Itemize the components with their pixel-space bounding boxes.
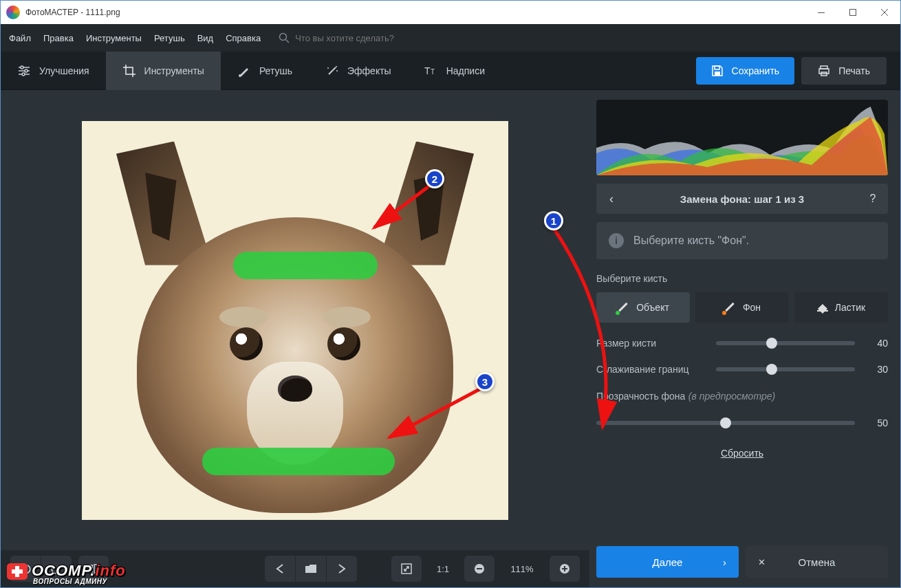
maximize-button[interactable] bbox=[837, 1, 869, 24]
svg-rect-1 bbox=[850, 10, 856, 16]
brush-section-label: Выберите кисть bbox=[596, 273, 888, 284]
annotation-marker-3: 3 bbox=[475, 372, 495, 391]
panel-header: ‹ Замена фона: шаг 1 из 3 ? bbox=[596, 184, 888, 214]
opacity-label: Прозрачность фона bbox=[596, 391, 685, 402]
close-icon: ✕ bbox=[758, 557, 766, 567]
tab-label: Инструменты bbox=[144, 65, 204, 76]
svg-text:T: T bbox=[431, 68, 435, 76]
brush-background-icon bbox=[724, 301, 736, 314]
size-slider[interactable] bbox=[716, 341, 855, 345]
history-prev-button[interactable] bbox=[265, 556, 295, 582]
annotation-marker-2: 2 bbox=[425, 169, 444, 188]
titlebar: ФотоМАСТЕР - 1111.png bbox=[1, 1, 900, 24]
print-label: Печать bbox=[838, 65, 870, 76]
tab-label: Эффекты bbox=[347, 65, 391, 76]
svg-rect-22 bbox=[819, 69, 829, 74]
ratio-label: 1:1 bbox=[428, 564, 457, 574]
help-button[interactable]: ? bbox=[858, 193, 888, 205]
print-icon bbox=[818, 65, 830, 77]
panel-title: Замена фона: шаг 1 из 3 bbox=[627, 193, 858, 205]
save-button[interactable]: Сохранить bbox=[696, 57, 795, 85]
smooth-label: Сглаживание границ bbox=[596, 364, 706, 375]
smooth-value: 30 bbox=[865, 364, 888, 375]
save-icon bbox=[711, 65, 724, 77]
svg-rect-19 bbox=[715, 66, 719, 69]
zoom-in-button[interactable] bbox=[550, 556, 580, 582]
crop-icon bbox=[122, 64, 136, 78]
canvas-area: 1 2 3 bbox=[1, 90, 589, 587]
svg-point-14 bbox=[336, 66, 337, 67]
tab-label: Улучшения bbox=[39, 65, 89, 76]
menu-file[interactable]: Файл bbox=[9, 33, 31, 43]
brush-background-button[interactable]: Фон bbox=[695, 292, 789, 323]
right-panel: ‹ Замена фона: шаг 1 из 3 ? i Выберите к… bbox=[589, 90, 900, 587]
brush-object-button[interactable]: Объект bbox=[596, 292, 690, 323]
svg-rect-30 bbox=[477, 568, 482, 569]
histogram bbox=[596, 100, 888, 175]
tab-label: Надписи bbox=[446, 65, 485, 76]
chevron-right-icon: › bbox=[723, 556, 726, 568]
open-folder-button[interactable] bbox=[296, 556, 326, 582]
image-canvas[interactable] bbox=[82, 121, 508, 520]
svg-line-5 bbox=[286, 40, 290, 43]
back-button[interactable]: ‹ bbox=[596, 192, 627, 206]
tab-effects[interactable]: Эффекты bbox=[309, 52, 408, 90]
menu-edit[interactable]: Правка bbox=[43, 33, 74, 43]
tab-enhance[interactable]: Улучшения bbox=[1, 52, 106, 90]
svg-point-11 bbox=[22, 73, 25, 76]
svg-point-10 bbox=[25, 69, 28, 72]
svg-text:T: T bbox=[424, 65, 431, 76]
object-stroke bbox=[202, 448, 395, 475]
sliders-icon bbox=[17, 64, 31, 78]
smooth-slider[interactable] bbox=[716, 367, 855, 371]
brush-icon bbox=[237, 64, 251, 78]
svg-point-15 bbox=[327, 67, 329, 69]
next-button[interactable]: Далее › bbox=[596, 546, 739, 578]
brush-object-icon bbox=[617, 301, 629, 314]
tab-text[interactable]: TT Надписи bbox=[408, 52, 501, 90]
zoom-out-button[interactable] bbox=[464, 556, 495, 582]
menubar: Файл Правка Инструменты Ретушь Вид Справ… bbox=[1, 24, 900, 52]
menu-retouch[interactable]: Ретушь bbox=[154, 33, 185, 43]
tab-retouch[interactable]: Ретушь bbox=[221, 52, 309, 90]
opacity-slider[interactable] bbox=[596, 421, 855, 425]
svg-rect-0 bbox=[818, 12, 825, 13]
search-icon bbox=[279, 32, 290, 43]
svg-line-13 bbox=[329, 67, 336, 74]
info-text: Выберите кисть "Фон". bbox=[633, 235, 749, 247]
tab-instruments[interactable]: Инструменты bbox=[106, 52, 221, 90]
opacity-value: 50 bbox=[865, 417, 888, 428]
tabbar: Улучшения Инструменты Ретушь Эффекты TT … bbox=[1, 52, 900, 90]
search-input[interactable] bbox=[295, 33, 446, 43]
size-label: Размер кисти bbox=[596, 338, 706, 349]
svg-point-4 bbox=[280, 34, 287, 41]
annotation-marker-1: 1 bbox=[544, 211, 563, 230]
brush-eraser-button[interactable]: Ластик bbox=[794, 292, 888, 323]
save-label: Сохранить bbox=[732, 65, 780, 76]
reset-link[interactable]: Сбросить bbox=[596, 448, 888, 459]
menu-instruments[interactable]: Инструменты bbox=[86, 33, 142, 43]
window-title: ФотоМАСТЕР - 1111.png bbox=[25, 8, 120, 17]
svg-point-9 bbox=[21, 66, 23, 69]
minimize-button[interactable] bbox=[805, 1, 837, 24]
svg-rect-20 bbox=[715, 72, 720, 76]
print-button[interactable]: Печать bbox=[801, 57, 887, 85]
close-button[interactable] bbox=[869, 1, 900, 24]
menu-view[interactable]: Вид bbox=[197, 33, 214, 43]
svg-point-16 bbox=[336, 70, 338, 72]
svg-rect-33 bbox=[564, 566, 565, 571]
history-next-button[interactable] bbox=[327, 556, 357, 582]
menu-help[interactable]: Справка bbox=[226, 33, 261, 43]
fit-screen-button[interactable] bbox=[391, 556, 422, 582]
eraser-icon bbox=[817, 303, 828, 312]
tab-label: Ретушь bbox=[259, 65, 292, 76]
zoom-value: 111% bbox=[501, 564, 543, 574]
opacity-hint: (в предпросмотре) bbox=[688, 391, 775, 402]
watermark: OCOMP.info ВОПРОСЫ АДМИНУ bbox=[7, 562, 126, 585]
wand-icon bbox=[325, 64, 339, 78]
app-icon bbox=[6, 6, 20, 19]
info-box: i Выберите кисть "Фон". bbox=[596, 222, 888, 259]
svg-point-12 bbox=[239, 74, 241, 77]
cancel-button[interactable]: ✕ Отмена bbox=[746, 546, 888, 578]
object-stroke bbox=[233, 252, 378, 279]
